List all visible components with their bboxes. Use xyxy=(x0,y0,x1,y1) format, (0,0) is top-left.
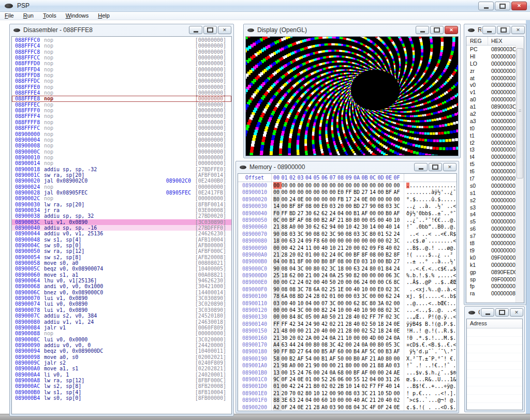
memory-byte[interactable]: 00 xyxy=(289,327,298,335)
minimize-button[interactable] xyxy=(189,26,202,34)
memory-byte[interactable]: 00 xyxy=(305,307,314,314)
memory-byte[interactable]: 8C xyxy=(298,313,306,321)
memory-byte[interactable]: 00 xyxy=(354,362,362,369)
memory-byte[interactable]: 00 xyxy=(370,237,378,245)
memory-byte[interactable]: 00 xyxy=(354,245,362,252)
memory-byte[interactable]: 24 xyxy=(321,335,330,342)
memory-row[interactable]: 089000801800632409F86000000000000000023C… xyxy=(238,237,457,244)
memory-byte[interactable]: 10 xyxy=(362,307,370,314)
memory-byte[interactable]: 24 xyxy=(321,369,330,377)
memory-byte[interactable]: 14 xyxy=(394,223,402,231)
memory-byte[interactable]: 00 xyxy=(378,369,386,377)
disasm-row[interactable]: 0890002Cnop[00000000] xyxy=(12,196,231,201)
disassembler-titlebar[interactable]: Disasembler - 088FFFE8 ✕ xyxy=(10,24,233,36)
memory-byte[interactable]: 90 xyxy=(305,231,314,238)
memory-byte[interactable]: 0F xyxy=(282,404,290,411)
memory-byte[interactable]: 40 xyxy=(386,217,394,224)
memory-byte[interactable]: 24 xyxy=(298,397,306,404)
memory-byte[interactable]: AF xyxy=(330,355,338,363)
memory-byte[interactable]: 00 xyxy=(354,327,362,335)
memory-byte[interactable]: 00 xyxy=(314,313,322,321)
disasm-row[interactable]: 0890005Cbeqz v0, 0x08900074[10400005] xyxy=(12,266,231,272)
disasm-row[interactable]: 0890000Cnop[00000000] xyxy=(12,149,231,155)
memory-byte[interactable]: 00 xyxy=(346,237,354,245)
memory-byte[interactable]: 94 xyxy=(330,223,338,231)
memory-byte[interactable]: 00 xyxy=(298,223,306,231)
memory-byte[interactable]: 76 xyxy=(305,369,314,377)
memory-byte[interactable]: 0A xyxy=(394,335,402,342)
memory-byte[interactable]: 00 xyxy=(346,258,354,265)
memory-byte[interactable]: 08 xyxy=(305,203,314,210)
memory-byte[interactable]: 8C xyxy=(362,300,370,307)
memory-byte[interactable]: A2 xyxy=(273,404,282,411)
memory-row[interactable]: 089000301400BF8F0800E0032000BD279008033C… xyxy=(238,203,457,209)
disasm-row[interactable]: 088FFFD4nop[00000000] xyxy=(12,67,231,72)
memory-byte[interactable]: 80 xyxy=(386,355,394,363)
memory-byte[interactable]: 6A xyxy=(282,293,290,300)
memory-byte[interactable]: 00 xyxy=(394,182,402,189)
disasm-row[interactable]: 088FFFE4nop[00000000] xyxy=(12,90,231,96)
memory-byte[interactable]: BD xyxy=(354,203,362,210)
memory-byte[interactable]: 00 xyxy=(346,210,354,217)
memory-byte[interactable]: AE xyxy=(394,369,402,377)
memory-row[interactable]: 08900020B000240E00000000FB17240E00000000… xyxy=(238,196,457,203)
close-icon[interactable]: ✕ xyxy=(511,26,525,34)
disasm-row[interactable]: 08900010nop[00000000] xyxy=(12,155,231,160)
memory-byte[interactable]: 2A xyxy=(305,335,314,342)
memory-byte[interactable]: C6 xyxy=(386,279,394,286)
disasm-row[interactable]: 08900064lhu v0, v1[25136][94626230] xyxy=(12,278,231,283)
memory-byte[interactable]: AF xyxy=(394,189,402,196)
memory-byte[interactable]: 00 xyxy=(370,210,378,217)
memory-byte[interactable]: 00 xyxy=(298,272,306,279)
minimize-button[interactable] xyxy=(482,26,496,34)
memory-byte[interactable]: B1 xyxy=(289,258,298,265)
memory-byte[interactable]: 3C xyxy=(394,272,402,279)
memory-byte[interactable]: 03 xyxy=(289,231,298,238)
disasm-row[interactable]: 08900054sw s2, sp[8][AFB20008] xyxy=(12,254,231,260)
memory-byte[interactable]: 8F xyxy=(298,203,306,210)
memory-byte[interactable]: 24 xyxy=(386,369,394,377)
memory-byte[interactable]: 24 xyxy=(354,196,362,203)
memory-byte[interactable]: 02 xyxy=(330,383,338,390)
memory-row[interactable]: 08900040F0FFBD27306262240400B1AF0000B0AF… xyxy=(238,210,457,217)
memory-byte[interactable]: 09 xyxy=(370,245,378,252)
memory-byte[interactable]: 21 xyxy=(273,327,282,335)
memory-byte[interactable]: 00 xyxy=(378,182,386,189)
disasm-row[interactable]: 08900094beqz v0, 0x089000DC[10400011] xyxy=(12,348,231,354)
memory-byte[interactable]: A4 xyxy=(273,341,282,349)
memory-byte[interactable]: 10 xyxy=(346,223,354,231)
memory-byte[interactable]: 02 xyxy=(362,321,370,328)
memory-byte[interactable]: 30 xyxy=(362,223,370,231)
memory-byte[interactable]: 00 xyxy=(314,348,322,355)
memory-byte[interactable]: 00 xyxy=(282,279,290,286)
memory-byte[interactable]: 48 xyxy=(282,327,290,335)
memory-row[interactable]: 089001C09C0F240E010052260600551204003126… xyxy=(238,376,457,383)
memory-byte[interactable]: 01 xyxy=(305,376,314,383)
memory-byte[interactable]: 30 xyxy=(282,335,290,342)
memory-byte[interactable]: 3C xyxy=(330,341,338,349)
memory-byte[interactable]: 10 xyxy=(298,300,306,307)
memory-byte[interactable]: 80 xyxy=(314,383,322,390)
memory-byte[interactable]: 3C xyxy=(362,404,370,411)
disasm-row[interactable]: 088FFFFCnop[00000000] xyxy=(12,125,231,131)
memory-byte[interactable]: B1 xyxy=(321,355,330,363)
memory-byte[interactable]: 00 xyxy=(362,335,370,342)
memory-byte[interactable]: 00 xyxy=(346,203,354,210)
menu-help[interactable]: Help xyxy=(93,12,114,20)
memory-byte[interactable]: A0 xyxy=(386,362,394,369)
memory-byte[interactable]: 21 xyxy=(305,383,314,390)
memory-row[interactable]: 08900160213020022A00240A211000004D00240A… xyxy=(238,335,457,341)
memory-byte[interactable]: 6A xyxy=(314,286,322,293)
disasm-row[interactable]: 08900018addiu sp, sp, -32[27BDFFE0] xyxy=(12,167,231,172)
memory-byte[interactable]: B2 xyxy=(386,251,394,259)
disasm-row[interactable]: 08900060move s1, a1[00A08821] xyxy=(12,272,231,278)
disasm-row[interactable]: 088FFFF4nop[00000000] xyxy=(12,113,231,119)
memory-byte[interactable]: 00 xyxy=(378,251,386,259)
memory-byte[interactable]: 62 xyxy=(321,223,330,231)
memory-byte[interactable]: 00 xyxy=(378,335,386,342)
memory-byte[interactable]: 00 xyxy=(314,203,322,210)
memory-byte[interactable]: 08 xyxy=(346,404,354,411)
memory-byte[interactable]: 00 xyxy=(314,196,322,203)
memory-row[interactable]: 089001E021207002801012009008033C21105D00… xyxy=(238,390,457,397)
disasm-row[interactable]: 08900074lui v0, 0x0890[3C020890] xyxy=(12,301,231,307)
